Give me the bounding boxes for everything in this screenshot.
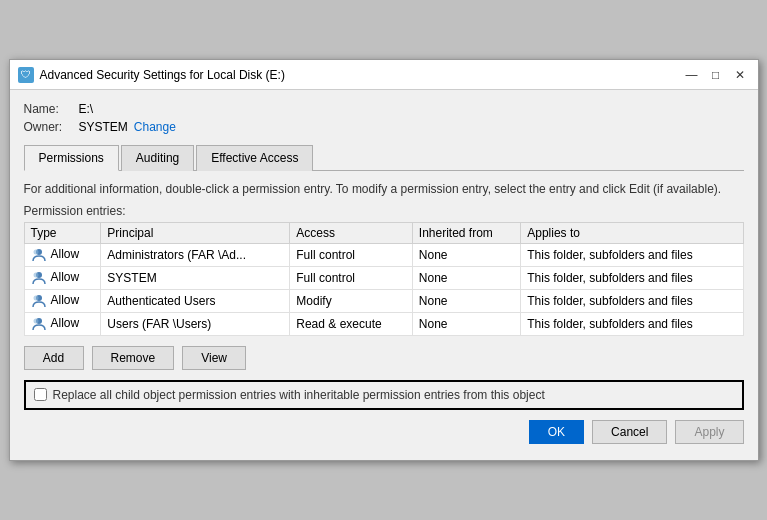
info-text: For additional information, double-click… xyxy=(24,181,744,198)
col-header-access: Access xyxy=(290,222,413,243)
user-icon xyxy=(31,293,47,309)
title-bar-controls: — □ ✕ xyxy=(682,65,750,85)
remove-button[interactable]: Remove xyxy=(92,346,175,370)
add-button[interactable]: Add xyxy=(24,346,84,370)
cell-applies: This folder, subfolders and files xyxy=(521,243,743,266)
cell-type: Allow xyxy=(24,266,101,289)
col-header-principal: Principal xyxy=(101,222,290,243)
svg-point-7 xyxy=(33,318,38,323)
cell-principal: SYSTEM xyxy=(101,266,290,289)
close-button[interactable]: ✕ xyxy=(730,65,750,85)
svg-point-5 xyxy=(33,295,38,300)
window-icon: 🛡 xyxy=(18,67,34,83)
owner-label: Owner: xyxy=(24,120,79,134)
action-buttons: Add Remove View xyxy=(24,346,744,370)
name-label: Name: xyxy=(24,102,79,116)
tab-auditing[interactable]: Auditing xyxy=(121,145,194,171)
bottom-buttons: OK Cancel Apply xyxy=(24,420,744,448)
table-row[interactable]: AllowAuthenticated UsersModifyNoneThis f… xyxy=(24,289,743,312)
main-window: 🛡 Advanced Security Settings for Local D… xyxy=(9,59,759,461)
cell-access: Full control xyxy=(290,243,413,266)
owner-row: Owner: SYSTEM Change xyxy=(24,120,744,134)
cell-inherited: None xyxy=(412,289,520,312)
col-header-applies: Applies to xyxy=(521,222,743,243)
name-row: Name: E:\ xyxy=(24,102,744,116)
cell-type: Allow xyxy=(24,243,101,266)
dialog-content: Name: E:\ Owner: SYSTEM Change Permissio… xyxy=(10,90,758,460)
replace-checkbox-label[interactable]: Replace all child object permission entr… xyxy=(53,388,545,402)
cell-type: Allow xyxy=(24,289,101,312)
cell-access: Read & execute xyxy=(290,312,413,335)
title-bar: 🛡 Advanced Security Settings for Local D… xyxy=(10,60,758,90)
table-row[interactable]: AllowAdministrators (FAR \Ad...Full cont… xyxy=(24,243,743,266)
table-row[interactable]: AllowSYSTEMFull controlNoneThis folder, … xyxy=(24,266,743,289)
cell-principal: Users (FAR \Users) xyxy=(101,312,290,335)
user-icon xyxy=(31,270,47,286)
name-value: E:\ xyxy=(79,102,94,116)
cell-access: Modify xyxy=(290,289,413,312)
cell-type: Allow xyxy=(24,312,101,335)
user-icon xyxy=(31,247,47,263)
ok-button[interactable]: OK xyxy=(529,420,584,444)
tab-bar: Permissions Auditing Effective Access xyxy=(24,144,744,171)
col-header-type: Type xyxy=(24,222,101,243)
change-owner-link[interactable]: Change xyxy=(134,120,176,134)
cell-access: Full control xyxy=(290,266,413,289)
tab-permissions[interactable]: Permissions xyxy=(24,145,119,171)
cell-applies: This folder, subfolders and files xyxy=(521,312,743,335)
entries-label: Permission entries: xyxy=(24,204,744,218)
user-icon xyxy=(31,316,47,332)
cell-inherited: None xyxy=(412,312,520,335)
window-title: Advanced Security Settings for Local Dis… xyxy=(40,68,682,82)
tab-effective-access[interactable]: Effective Access xyxy=(196,145,313,171)
minimize-button[interactable]: — xyxy=(682,65,702,85)
cell-applies: This folder, subfolders and files xyxy=(521,289,743,312)
apply-button[interactable]: Apply xyxy=(675,420,743,444)
permissions-table: Type Principal Access Inherited from App… xyxy=(24,222,744,336)
col-header-inherited: Inherited from xyxy=(412,222,520,243)
table-row[interactable]: AllowUsers (FAR \Users)Read & executeNon… xyxy=(24,312,743,335)
cell-principal: Administrators (FAR \Ad... xyxy=(101,243,290,266)
cell-applies: This folder, subfolders and files xyxy=(521,266,743,289)
cell-principal: Authenticated Users xyxy=(101,289,290,312)
view-button[interactable]: View xyxy=(182,346,246,370)
maximize-button[interactable]: □ xyxy=(706,65,726,85)
svg-point-1 xyxy=(33,249,38,254)
cell-inherited: None xyxy=(412,266,520,289)
replace-checkbox[interactable] xyxy=(34,388,47,401)
svg-point-3 xyxy=(33,272,38,277)
owner-value: SYSTEM xyxy=(79,120,128,134)
replace-checkbox-row: Replace all child object permission entr… xyxy=(24,380,744,410)
cell-inherited: None xyxy=(412,243,520,266)
cancel-button[interactable]: Cancel xyxy=(592,420,667,444)
